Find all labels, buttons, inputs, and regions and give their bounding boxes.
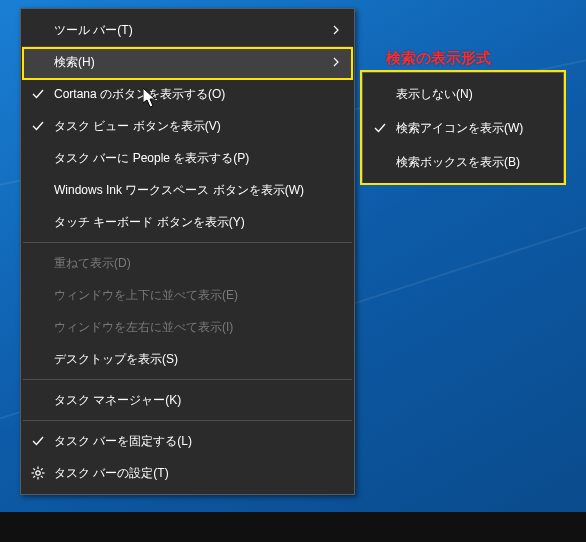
main-menu-item-0[interactable]: ツール バー(T) [22, 14, 353, 46]
check-icon [32, 120, 44, 132]
taskbar[interactable] [0, 512, 586, 542]
menu-item-label: 検索(H) [54, 54, 329, 71]
search-submenu-item-0[interactable]: 表示しない(N) [364, 77, 562, 111]
gear-icon [31, 466, 45, 480]
menu-item-label: タスク ビュー ボタンを表示(V) [54, 118, 329, 135]
main-menu-item-16[interactable]: タスク バーの設定(T) [22, 457, 353, 489]
menu-separator [23, 420, 352, 421]
main-menu-item-3[interactable]: タスク ビュー ボタンを表示(V) [22, 110, 353, 142]
menu-separator [23, 379, 352, 380]
menu-item-label: Cortana のボタンを表示する(O) [54, 86, 329, 103]
main-menu-item-2[interactable]: Cortana のボタンを表示する(O) [22, 78, 353, 110]
main-menu-item-15[interactable]: タスク バーを固定する(L) [22, 425, 353, 457]
taskbar-context-menu: ツール バー(T)検索(H)Cortana のボタンを表示する(O)タスク ビュ… [20, 8, 355, 495]
main-menu-item-5[interactable]: Windows Ink ワークスペース ボタンを表示(W) [22, 174, 353, 206]
search-submenu: 表示しない(N)検索アイコンを表示(W)検索ボックスを表示(B) [362, 72, 564, 184]
menu-item-label: ツール バー(T) [54, 22, 329, 39]
menu-item-label: Windows Ink ワークスペース ボタンを表示(W) [54, 182, 329, 199]
main-menu-item-4[interactable]: タスク バーに People を表示する(P) [22, 142, 353, 174]
main-menu-item-13[interactable]: タスク マネージャー(K) [22, 384, 353, 416]
chevron-right-icon [333, 57, 339, 67]
menu-item-label: ウィンドウを左右に並べて表示(I) [54, 319, 329, 336]
main-menu-item-1[interactable]: 検索(H) [22, 46, 353, 78]
menu-item-label: タスク バーに People を表示する(P) [54, 150, 329, 167]
check-icon [32, 435, 44, 447]
menu-item-label: タスク マネージャー(K) [54, 392, 329, 409]
menu-item-label: 検索ボックスを表示(B) [396, 154, 538, 171]
svg-line-5 [33, 468, 35, 470]
chevron-right-icon [333, 25, 339, 35]
annotation-label: 検索の表示形式 [386, 49, 491, 68]
main-menu-item-9: ウィンドウを上下に並べて表示(E) [22, 279, 353, 311]
menu-item-label: タスク バーを固定する(L) [54, 433, 329, 450]
check-icon [32, 88, 44, 100]
menu-item-label: 検索アイコンを表示(W) [396, 120, 538, 137]
menu-item-label: タッチ キーボード ボタンを表示(Y) [54, 214, 329, 231]
search-submenu-item-2[interactable]: 検索ボックスを表示(B) [364, 145, 562, 179]
svg-line-8 [33, 476, 35, 478]
main-menu-item-6[interactable]: タッチ キーボード ボタンを表示(Y) [22, 206, 353, 238]
menu-item-label: 表示しない(N) [396, 86, 538, 103]
menu-item-label: 重ねて表示(D) [54, 255, 329, 272]
main-menu-item-10: ウィンドウを左右に並べて表示(I) [22, 311, 353, 343]
svg-point-0 [36, 471, 40, 475]
menu-item-label: ウィンドウを上下に並べて表示(E) [54, 287, 329, 304]
svg-line-7 [41, 468, 43, 470]
search-submenu-item-1[interactable]: 検索アイコンを表示(W) [364, 111, 562, 145]
menu-separator [23, 242, 352, 243]
main-menu-item-11[interactable]: デスクトップを表示(S) [22, 343, 353, 375]
menu-item-label: タスク バーの設定(T) [54, 465, 329, 482]
menu-item-label: デスクトップを表示(S) [54, 351, 329, 368]
main-menu-item-8: 重ねて表示(D) [22, 247, 353, 279]
svg-line-6 [41, 476, 43, 478]
check-icon [374, 122, 386, 134]
